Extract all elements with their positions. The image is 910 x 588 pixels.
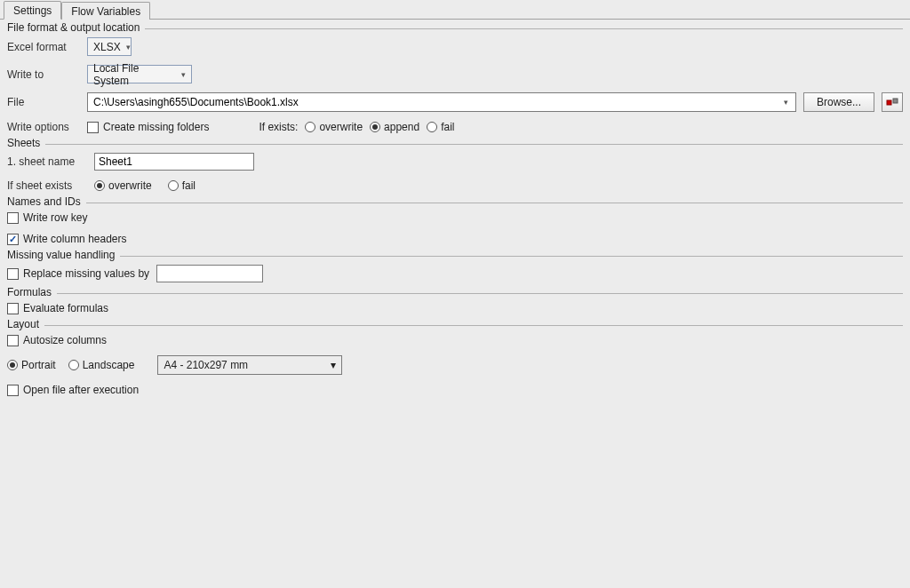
radio-overwrite[interactable]: overwrite [305,121,363,133]
label-sheet-name: 1. sheet name [7,155,87,168]
chevron-down-icon[interactable]: ▾ [780,98,792,107]
legend-formulas: Formulas [7,286,57,298]
radio-landscape[interactable]: Landscape [68,359,135,371]
replace-missing-input[interactable] [156,265,263,282]
legend-file-format: File format & output location [7,21,145,34]
tab-flow-variables[interactable]: Flow Variables [61,2,150,20]
label-create-missing: Create missing folders [103,121,209,133]
radio-fail[interactable]: fail [427,121,454,133]
excel-format-value: XLSX [93,41,121,53]
svg-rect-0 [887,100,891,105]
label-if-sheet-exists: If sheet exists [7,179,87,192]
tab-settings[interactable]: Settings [4,1,61,20]
checkbox-create-missing-folders[interactable]: Create missing folders [87,121,209,133]
radio-portrait[interactable]: Portrait [7,359,56,371]
settings-panel: File format & output location Excel form… [0,20,910,403]
radio-sheet-fail[interactable]: fail [168,179,196,192]
radio-append[interactable]: append [370,121,419,133]
browse-button[interactable]: Browse... [803,92,874,112]
group-file-format: File format & output location Excel form… [7,25,903,133]
label-write-to: Write to [7,68,80,81]
checkbox-replace-missing[interactable]: Replace missing values by [7,267,149,280]
file-path-combo[interactable]: ▾ [87,92,796,112]
tabs-bar: Settings Flow Variables [0,0,910,20]
legend-names: Names and IDs [7,195,86,208]
excel-format-select[interactable]: XLSX ▾ [87,37,132,56]
flow-variable-icon-button[interactable] [882,92,903,112]
group-layout: Layout Autosize columns Portrait Landsca… [7,322,903,375]
checkbox-evaluate-formulas[interactable]: Evaluate formulas [7,302,108,314]
group-formulas: Formulas Evaluate formulas [7,290,903,314]
paper-size-value: A4 - 210x297 mm [164,359,248,371]
file-path-input[interactable] [92,95,780,109]
checkbox-autosize-columns[interactable]: Autosize columns [7,334,107,346]
label-write-options: Write options [7,121,80,133]
group-names-ids: Names and IDs Write row key Write column… [7,199,903,245]
checkbox-open-after-execution[interactable]: Open file after execution [7,384,139,396]
group-sheets: Sheets 1. sheet name If sheet exists ove… [7,140,903,192]
svg-rect-1 [893,99,898,103]
sheet-name-input[interactable] [94,153,254,171]
chevron-down-icon: ▾ [331,359,336,371]
chevron-down-icon: ▾ [181,70,186,79]
chevron-down-icon: ▾ [126,43,131,52]
legend-layout: Layout [7,318,44,330]
legend-missing: Missing value handling [7,249,120,261]
checkbox-write-row-key[interactable]: Write row key [7,211,87,224]
write-to-value: Local File System [93,62,176,87]
legend-sheets: Sheets [7,137,45,149]
label-file: File [7,96,80,108]
group-missing: Missing value handling Replace missing v… [7,252,903,282]
label-excel-format: Excel format [7,41,80,53]
radio-sheet-overwrite[interactable]: overwrite [94,179,152,192]
paper-size-select[interactable]: A4 - 210x297 mm ▾ [157,355,342,375]
checkbox-write-column-headers[interactable]: Write column headers [7,233,127,245]
label-if-exists: If exists: [259,121,298,133]
write-to-select[interactable]: Local File System ▾ [87,65,192,83]
flow-var-icon [886,96,898,108]
